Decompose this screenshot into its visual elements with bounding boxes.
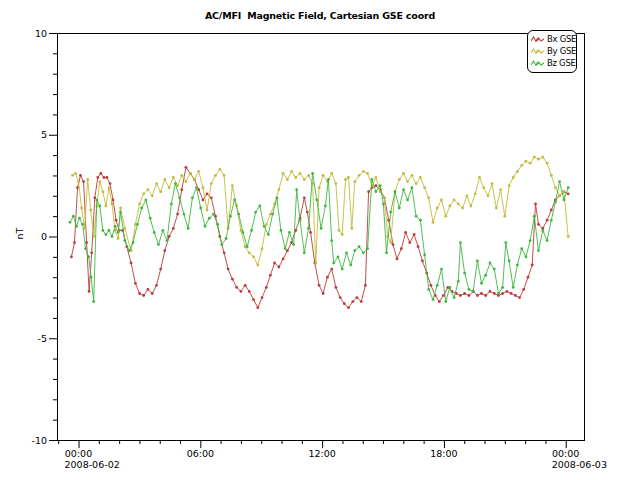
series-marker-bz (299, 219, 302, 222)
series-marker-by (117, 237, 120, 240)
series-marker-by (338, 229, 341, 232)
series-marker-bx (413, 233, 416, 236)
series-marker-bz (149, 217, 152, 220)
legend-line-sample-by-icon (531, 47, 545, 56)
series-marker-by (80, 207, 83, 210)
series-marker-by (138, 203, 141, 206)
series-marker-bx (527, 276, 530, 279)
series-marker-bx (330, 268, 333, 271)
series-marker-bz (78, 217, 81, 220)
series-marker-bx (404, 231, 407, 234)
series-marker-bz (311, 172, 314, 175)
series-marker-bz (98, 205, 101, 208)
series-marker-bz (345, 251, 348, 254)
series-marker-bz (119, 211, 122, 214)
series-marker-bx (210, 196, 213, 199)
series-marker-bx (96, 176, 99, 179)
series-marker-by (89, 209, 92, 212)
series-marker-by (74, 172, 77, 175)
series-marker-bx (106, 176, 109, 179)
series-marker-bz (263, 225, 266, 228)
series-marker-bx (99, 172, 102, 175)
series-marker-bx (501, 292, 504, 295)
series-marker-bz (145, 199, 148, 202)
series-marker-bz (69, 221, 72, 224)
series-marker-bx (518, 296, 521, 299)
series-marker-bz (271, 213, 274, 216)
series-marker-by (533, 156, 536, 159)
series-marker-bz (307, 227, 310, 230)
series-marker-bz (102, 229, 105, 232)
legend-entry-by: By GSE (531, 45, 576, 57)
series-marker-by (347, 176, 350, 179)
series-marker-bz (366, 247, 369, 250)
series-marker-bz (382, 203, 385, 206)
series-marker-bx (493, 292, 496, 295)
series-marker-bz (504, 241, 507, 244)
series-marker-bz (295, 188, 298, 191)
magnetic-field-chart: AC/MFI Magnetic Field, Cartesian GSE coo… (0, 0, 640, 480)
legend-box: Bx GSE By GSE Bz GSE (527, 30, 577, 73)
series-marker-by (563, 190, 566, 193)
series-marker-by (119, 207, 122, 210)
series-marker-bx (335, 286, 338, 289)
series-marker-by (71, 174, 74, 177)
series-marker-bz (472, 290, 475, 293)
series-marker-bx (351, 300, 354, 303)
series-marker-bz (90, 276, 93, 279)
series-marker-bz (358, 245, 361, 248)
series-marker-bz (330, 239, 333, 242)
x-date-label: 2008-06-03 (552, 459, 607, 470)
series-marker-by (558, 194, 561, 197)
series-marker-bx (531, 264, 534, 267)
series-marker-bz (114, 225, 117, 228)
series-marker-bz (546, 239, 549, 242)
series-marker-by (322, 174, 325, 177)
y-tick-label: 0 (41, 231, 47, 242)
series-marker-bz (371, 178, 374, 181)
series-marker-by (516, 170, 519, 173)
series-marker-bz (292, 243, 295, 246)
series-marker-bx (364, 284, 367, 287)
series-marker-by (314, 262, 317, 265)
series-marker-bx (534, 203, 537, 206)
series-marker-bx (206, 192, 209, 195)
series-marker-by (286, 178, 289, 181)
series-marker-bz (174, 182, 177, 185)
series-marker-by (402, 172, 405, 175)
series-marker-bx (459, 294, 462, 297)
series-marker-bx (231, 278, 234, 281)
series-marker-bx (85, 241, 88, 244)
series-marker-by (353, 180, 356, 183)
series-marker-bz (497, 292, 500, 295)
series-marker-by (389, 241, 392, 244)
series-marker-bx (185, 166, 188, 169)
series-marker-bx (115, 219, 118, 222)
series-marker-bx (223, 251, 226, 254)
series-marker-by (303, 178, 306, 181)
series-marker-by (495, 207, 498, 210)
series-marker-bx (138, 292, 141, 295)
series-marker-bx (303, 196, 306, 199)
series-marker-bz (303, 251, 306, 254)
x-tick-label: 06:00 (187, 448, 214, 459)
series-marker-bx (360, 300, 363, 303)
series-marker-by (261, 247, 264, 250)
series-marker-bz (324, 205, 327, 208)
series-marker-bx (550, 209, 553, 212)
series-marker-by (159, 190, 162, 193)
series-marker-bx (326, 276, 329, 279)
series-marker-bz (550, 219, 553, 222)
series-marker-bx (180, 188, 183, 191)
series-marker-bz (402, 188, 405, 191)
series-marker-by (108, 186, 111, 189)
series-marker-by (151, 194, 154, 197)
series-marker-bz (157, 243, 160, 246)
series-marker-bx (356, 296, 359, 299)
series-marker-bz (423, 253, 426, 256)
series-marker-by (123, 227, 126, 230)
series-marker-by (427, 196, 430, 199)
series-marker-by (214, 174, 217, 177)
series-marker-bz (457, 280, 460, 283)
series-marker-by (537, 158, 540, 161)
